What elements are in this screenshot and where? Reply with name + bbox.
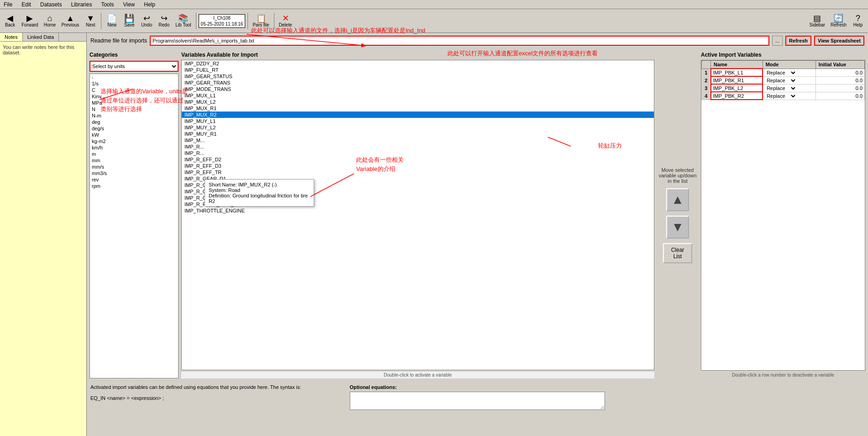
var-MUX-L2[interactable]: IMP_MUX_L2 <box>182 99 654 105</box>
cat-item-kgm2[interactable]: kg-m2 <box>90 138 178 144</box>
tooltip-system: System: Road <box>209 187 310 193</box>
tab-linked-data[interactable]: Linked Data <box>23 33 59 41</box>
optional-equations-input[interactable] <box>350 392 605 410</box>
view-spreadsheet-button[interactable]: View Spreadsheet <box>814 36 864 46</box>
move-up-button[interactable]: ▲ <box>666 188 689 211</box>
parsfile-button[interactable]: 📋 Pars file <box>250 13 271 29</box>
cat-item-kinv[interactable]: Kinv <box>90 93 178 100</box>
forward-button[interactable]: ▶ Forward <box>19 13 41 29</box>
category-select[interactable]: Select by units Select by category <box>90 62 178 71</box>
cat-item-kmh[interactable]: km/h <box>90 144 178 151</box>
undo-label: Undo <box>141 22 152 27</box>
cat-item-1s[interactable]: 1/s <box>90 80 178 87</box>
help-icon: ? <box>856 14 860 22</box>
var-GEAR-TRANS[interactable]: IMP_GEAR_TRANS <box>182 80 654 86</box>
category-list[interactable]: - 1/s C Kinv MPa N N-m deg deg/s kW kg-m… <box>89 74 179 378</box>
var-FUEL-RT[interactable]: IMP_FUEL_RT <box>182 67 654 73</box>
delete-button[interactable]: ✕ Delete <box>277 13 295 29</box>
bottom-left-text: Activated import variables can be define… <box>90 384 301 401</box>
menu-edit[interactable]: Edit <box>20 0 33 9</box>
menu-file[interactable]: File <box>2 0 14 9</box>
save-button[interactable]: 💾 Save <box>121 13 137 29</box>
row-num-3[interactable]: 3 <box>702 84 711 92</box>
mode-select-3[interactable]: ReplaceAdd <box>765 85 797 91</box>
clear-list-button[interactable]: Clear List <box>663 243 692 263</box>
home-label: Home <box>44 22 56 27</box>
home-button[interactable]: ⌂ Home <box>42 13 58 29</box>
tab-notes[interactable]: Notes <box>0 33 23 41</box>
var-R-EFF-D2[interactable]: IMP_R_EFF_D2 <box>182 156 654 163</box>
var-R-EFF-D3[interactable]: IMP_R_EFF_D3 <box>182 163 654 169</box>
table-row: 3 IMP_PBK_L2 ReplaceAdd 0.0 <box>702 84 865 92</box>
table-row: 2 IMP_PBK_R1 ReplaceAdd 0.0 <box>702 76 865 84</box>
refresh-toolbar-button[interactable]: 🔄 Refresh <box>828 13 849 29</box>
mode-select-4[interactable]: ReplaceAdd <box>765 93 797 99</box>
var-R-dots2[interactable]: IMP_R... <box>182 150 654 156</box>
new-button[interactable]: 📄 New <box>104 13 120 29</box>
browse-button[interactable]: ... <box>772 36 783 46</box>
cat-item-rev[interactable]: rev <box>90 176 178 183</box>
tooltip-definition: Definition: Ground longitudinal friction… <box>209 193 310 204</box>
move-down-button[interactable]: ▼ <box>666 216 689 239</box>
var-MUY-R1[interactable]: IMP_MUY_R1 <box>182 131 654 137</box>
menu-view[interactable]: View <box>121 0 137 9</box>
next-button[interactable]: ▼ Next <box>82 13 99 29</box>
mode-select-2[interactable]: ReplaceAdd <box>765 77 797 84</box>
previous-button[interactable]: ▲ Previous <box>59 13 81 29</box>
row-num-2[interactable]: 2 <box>702 76 711 84</box>
var-MUY-L1[interactable]: IMP_MUY_L1 <box>182 118 654 124</box>
row-num-1[interactable]: 1 <box>702 69 711 76</box>
help-button[interactable]: ? Help <box>850 13 866 29</box>
cat-item-rpm[interactable]: rpm <box>90 183 178 189</box>
var-MUY-L2[interactable]: IMP_MUY_L2 <box>182 124 654 131</box>
var-list-container[interactable]: IMP_DZDY_R2 IMP_FUEL_RT IMP_GEAR_STATUS … <box>181 60 654 370</box>
row-name-3: IMP_PBK_L2 <box>711 84 763 92</box>
redo-icon: ↪ <box>161 14 168 22</box>
row-mode-1[interactable]: ReplaceAdd <box>763 69 815 76</box>
cat-item-c[interactable]: C <box>90 87 178 93</box>
categories-panel: Categories Select by units Select by cat… <box>89 52 179 378</box>
readme-input[interactable] <box>150 36 769 46</box>
var-GEAR-STATUS[interactable]: IMP_GEAR_STATUS <box>182 73 654 80</box>
menu-tools[interactable]: Tools <box>99 0 116 9</box>
cat-item-m[interactable]: m <box>90 151 178 157</box>
row-mode-3[interactable]: ReplaceAdd <box>763 84 815 92</box>
var-M-dots[interactable]: IMP_M... <box>182 137 654 144</box>
refresh-button[interactable]: Refresh <box>785 36 811 46</box>
cat-item-mms[interactable]: mm/s <box>90 164 178 170</box>
cat-item-nm[interactable]: N-m <box>90 112 178 119</box>
cat-item-deg[interactable]: deg <box>90 119 178 125</box>
menu-libraries[interactable]: Libraries <box>69 0 94 9</box>
row-num-4[interactable]: 4 <box>702 92 711 100</box>
row-mode-2[interactable]: ReplaceAdd <box>763 76 815 84</box>
menu-help[interactable]: Help <box>142 0 157 9</box>
var-MUX-L1[interactable]: IMP_MUX_L1 <box>182 92 654 99</box>
var-R-EFF-TR[interactable]: IMP_R_EFF_TR <box>182 169 654 175</box>
cat-item-degs[interactable]: deg/s <box>90 125 178 132</box>
notes-content[interactable]: You can write notes here for this datase… <box>0 42 86 436</box>
sidebar-button[interactable]: ▤ Sidebar <box>807 13 827 29</box>
cat-item-n[interactable]: N <box>90 106 178 112</box>
cat-item-mm3s[interactable]: mm3/s <box>90 170 178 176</box>
bottom-area: Activated import variables can be define… <box>87 381 868 436</box>
mode-select-1[interactable]: ReplaceAdd <box>765 69 797 76</box>
var-MUX-R1[interactable]: IMP_MUX_R1 <box>182 105 654 112</box>
cat-item-dash[interactable]: - <box>90 74 178 80</box>
cat-item-kw[interactable]: kW <box>90 132 178 138</box>
menu-datasets[interactable]: Datasets <box>38 0 63 9</box>
redo-button[interactable]: ↪ Redo <box>156 13 172 29</box>
var-THROTTLE-ENGINE[interactable]: IMP_THROTTLE_ENGINE <box>182 207 654 214</box>
undo-button[interactable]: ↩ Undo <box>138 13 155 29</box>
var-MUX-R2[interactable]: IMP_MUX_R2 <box>182 112 654 118</box>
var-R-dots1[interactable]: IMP_R... <box>182 144 654 150</box>
var-MODE-TRANS[interactable]: IMP_MODE_TRANS <box>182 86 654 92</box>
cat-item-mpa[interactable]: MPa <box>90 100 178 106</box>
select-dropdown[interactable]: Select by units Select by category <box>89 61 179 72</box>
save-icon: 💾 <box>124 14 134 22</box>
back-button[interactable]: ◀ Back <box>2 13 18 29</box>
toolbar-sep-3 <box>247 13 248 29</box>
cat-item-mm[interactable]: mm <box>90 157 178 164</box>
lib-tool-button[interactable]: 📚 Lib Tool <box>173 13 193 29</box>
var-DZDY-R2[interactable]: IMP_DZDY_R2 <box>182 60 654 67</box>
row-mode-4[interactable]: ReplaceAdd <box>763 92 815 100</box>
